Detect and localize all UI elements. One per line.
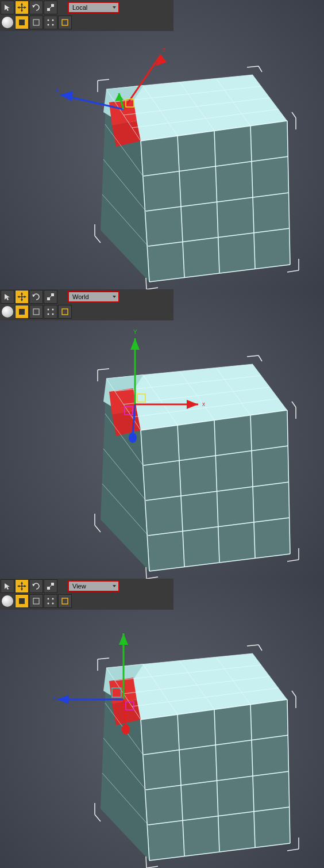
- svg-rect-58: [47, 297, 50, 300]
- svg-point-88: [48, 598, 49, 600]
- face-select-button[interactable]: [15, 16, 29, 29]
- svg-point-98: [122, 724, 130, 735]
- chevron-down-icon: [113, 585, 116, 587]
- move-tool-button[interactable]: [15, 579, 29, 593]
- axis-label-x: x: [202, 401, 205, 407]
- svg-rect-59: [51, 293, 54, 296]
- wire-select-button[interactable]: [29, 16, 43, 29]
- svg-point-90: [48, 603, 49, 605]
- vertex-select-button[interactable]: [44, 594, 57, 608]
- svg-marker-96: [57, 695, 69, 704]
- svg-rect-11: [33, 20, 39, 25]
- svg-point-63: [48, 309, 49, 311]
- move-tool-button[interactable]: [15, 1, 29, 14]
- svg-line-9: [50, 7, 51, 8]
- orientation-label: View: [72, 583, 86, 590]
- svg-marker-56: [24, 296, 26, 298]
- svg-marker-94: [119, 633, 128, 645]
- bbox-button[interactable]: [58, 16, 72, 29]
- wire-select-button[interactable]: [29, 594, 43, 608]
- svg-rect-61: [19, 309, 25, 315]
- viewport-3d[interactable]: Y x: [0, 289, 324, 579]
- rotate-tool-button[interactable]: [29, 290, 43, 304]
- svg-marker-4: [17, 6, 20, 9]
- rotate-tool-button[interactable]: [29, 579, 43, 593]
- svg-rect-10: [19, 20, 25, 25]
- svg-point-89: [52, 598, 54, 600]
- orientation-label: World: [72, 293, 89, 300]
- scale-tool-button[interactable]: [44, 1, 57, 14]
- axis-label-y: Y: [133, 329, 137, 335]
- viewport-panel-world: World: [0, 289, 324, 579]
- rotate-tool-button[interactable]: [29, 1, 43, 14]
- select-tool-button[interactable]: [1, 579, 14, 593]
- svg-point-12: [48, 20, 49, 21]
- select-tool-button[interactable]: [1, 1, 14, 14]
- svg-point-13: [52, 20, 54, 21]
- svg-marker-69: [130, 338, 140, 350]
- orientation-label: Local: [72, 4, 87, 11]
- move-tool-button[interactable]: [15, 290, 29, 304]
- svg-marker-78: [21, 582, 23, 584]
- svg-rect-87: [33, 598, 39, 604]
- axis-label-z: z: [163, 47, 165, 53]
- viewport-3d[interactable]: z: [0, 579, 324, 868]
- svg-rect-83: [47, 587, 50, 590]
- scale-tool-button[interactable]: [44, 579, 57, 593]
- svg-marker-2: [21, 3, 23, 5]
- svg-line-60: [50, 296, 51, 297]
- svg-rect-86: [19, 598, 25, 604]
- svg-marker-3: [21, 10, 23, 12]
- axis-label-x: x: [56, 87, 59, 93]
- svg-marker-5: [24, 6, 26, 9]
- chevron-down-icon: [113, 6, 116, 9]
- svg-rect-7: [47, 8, 50, 11]
- svg-rect-92: [62, 598, 68, 604]
- svg-marker-80: [17, 585, 20, 587]
- svg-line-85: [50, 586, 51, 587]
- svg-point-64: [52, 309, 54, 311]
- svg-point-66: [52, 313, 54, 315]
- svg-point-65: [48, 313, 49, 315]
- svg-marker-54: [21, 299, 23, 301]
- select-tool-button[interactable]: [1, 290, 14, 304]
- face-select-button[interactable]: [15, 594, 29, 608]
- svg-rect-8: [51, 4, 54, 7]
- svg-rect-62: [33, 309, 39, 315]
- chevron-down-icon: [113, 296, 116, 298]
- svg-rect-16: [62, 20, 68, 25]
- svg-point-15: [52, 24, 54, 26]
- viewport-3d[interactable]: x z: [0, 0, 324, 289]
- svg-point-91: [52, 603, 54, 605]
- svg-rect-67: [62, 309, 68, 315]
- toolbar: Local: [0, 0, 173, 31]
- orientation-dropdown[interactable]: World: [68, 291, 119, 303]
- svg-point-14: [48, 24, 49, 26]
- shading-sphere-icon[interactable]: [2, 595, 13, 607]
- shading-sphere-icon[interactable]: [2, 17, 13, 28]
- svg-marker-81: [24, 585, 26, 587]
- bbox-button[interactable]: [58, 594, 72, 608]
- svg-point-73: [129, 433, 137, 443]
- scale-tool-button[interactable]: [44, 290, 57, 304]
- viewport-panel-view: View: [0, 579, 324, 868]
- svg-marker-79: [21, 588, 23, 591]
- wire-select-button[interactable]: [29, 305, 43, 319]
- bbox-button[interactable]: [58, 305, 72, 319]
- svg-marker-53: [21, 292, 23, 295]
- shading-sphere-icon[interactable]: [2, 306, 13, 318]
- viewport-panel-local: Local: [0, 0, 324, 289]
- vertex-select-button[interactable]: [44, 305, 57, 319]
- svg-marker-55: [17, 296, 20, 298]
- toolbar: View: [0, 579, 173, 610]
- face-select-button[interactable]: [15, 305, 29, 319]
- toolbar: World: [0, 289, 173, 320]
- orientation-dropdown[interactable]: Local: [68, 2, 119, 13]
- vertex-select-button[interactable]: [44, 16, 57, 29]
- svg-rect-84: [51, 583, 54, 586]
- axis-label-z: z: [53, 695, 56, 702]
- orientation-dropdown[interactable]: View: [68, 580, 119, 592]
